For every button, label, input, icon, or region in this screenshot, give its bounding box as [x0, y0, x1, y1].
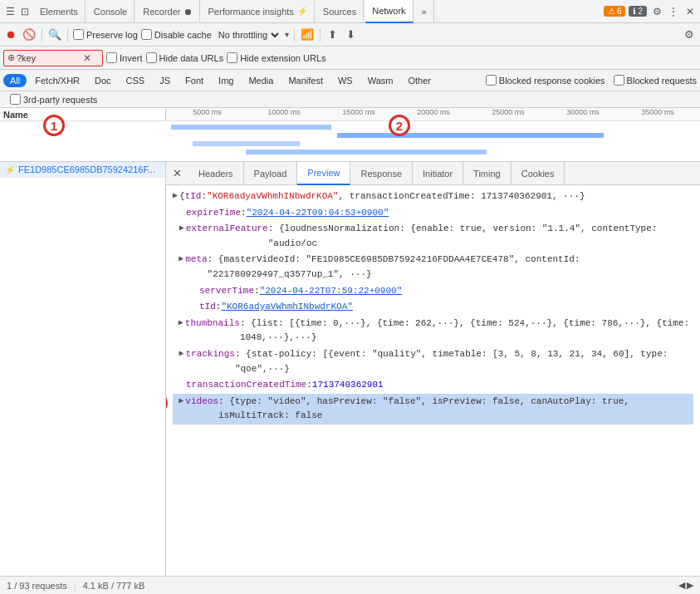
scroll-buttons: ◀ ▶ — [678, 580, 693, 591]
type-btn-js[interactable]: JS — [153, 74, 177, 87]
json-line-6[interactable]: ▶ thumbnails : {list: [{time: 0,···}, {t… — [173, 316, 693, 346]
list-item-0[interactable]: ⚡ FE1D985CE6985DB75924216F... — [0, 162, 165, 178]
status-sep: | — [74, 581, 76, 591]
clear-icon[interactable]: 🚫 — [22, 27, 37, 42]
json-line-5[interactable]: tId : "KOR6adyaVWhmhINbwdrKOA" — [173, 299, 693, 316]
search-box[interactable]: ⊕ ✕ — [3, 50, 103, 66]
tab-sources-label: Sources — [323, 7, 356, 17]
type-btn-other[interactable]: Other — [401, 74, 438, 87]
expand-icon-9[interactable]: ▶ — [179, 395, 184, 408]
tab-elements[interactable]: Elements — [33, 0, 86, 23]
type-btn-media[interactable]: Media — [242, 74, 280, 87]
expand-icon-6[interactable]: ▶ — [179, 317, 184, 330]
json-key-thumbnails: thumbnails — [185, 317, 240, 331]
throttle-select[interactable]: No throttling — [215, 29, 281, 41]
search-icon[interactable]: 🔍 — [47, 27, 62, 42]
expand-icon-0[interactable]: ▶ — [173, 189, 178, 203]
json-line-4[interactable]: serverTime : "2024-04-22T07:59:22+0900" — [173, 283, 693, 300]
json-line-1[interactable]: expireTime : "2024-04-22T09:04:53+0900" — [173, 205, 693, 222]
annotation-2: 2 — [389, 115, 410, 136]
close-devtools-icon[interactable]: ✕ — [683, 5, 697, 18]
preserve-log-input[interactable] — [73, 29, 84, 40]
blocked-cookies-input[interactable] — [486, 75, 497, 86]
tick-10000: 10000 ms — [267, 108, 301, 116]
invert-label: Invert — [120, 53, 143, 63]
expand-icon-3[interactable]: ▶ — [179, 253, 184, 266]
download-icon[interactable]: ⬇ — [344, 27, 359, 42]
name-column-label: Name — [3, 110, 28, 120]
preserve-log-checkbox[interactable]: Preserve log — [73, 29, 138, 40]
json-line-7[interactable]: ▶ trackings : {stat-policy: [{event: "qu… — [173, 346, 693, 377]
expand-icon-7[interactable]: ▶ — [179, 347, 184, 361]
tab-sources[interactable]: Sources — [316, 0, 364, 23]
type-btn-img[interactable]: Img — [212, 74, 240, 87]
blocked-cookies-checkbox[interactable]: Blocked response cookies — [486, 75, 605, 86]
tab-recorder[interactable]: Recorder ⏺ — [136, 0, 199, 23]
disable-cache-input[interactable] — [141, 29, 152, 40]
json-brace-0: { — [179, 189, 185, 204]
clear-search-icon[interactable]: ✕ — [83, 52, 91, 64]
main-area: ⚡ FE1D985CE6985DB75924216F... ✕ Headers … — [0, 162, 700, 576]
type-btn-wasm[interactable]: Wasm — [361, 74, 400, 87]
type-btn-ws[interactable]: WS — [331, 74, 360, 87]
json-val-expiretime[interactable]: "2024-04-22T09:04:53+0900" — [247, 206, 389, 221]
search-input[interactable] — [17, 53, 83, 63]
annotation-1: 1 — [43, 115, 65, 136]
disable-cache-checkbox[interactable]: Disable cache — [141, 29, 212, 40]
scroll-right-icon[interactable]: ▶ — [687, 580, 693, 591]
network-settings-icon[interactable]: ⚙ — [682, 27, 697, 42]
tab-more[interactable]: » — [415, 0, 434, 23]
json-val-tid2[interactable]: "KOR6adyaVWhmhINbwdrKOA" — [221, 300, 352, 315]
hide-data-urls-checkbox[interactable]: Hide data URLs — [146, 52, 224, 63]
devtools-inspect-icon[interactable]: ⊡ — [18, 5, 32, 18]
json-line-8[interactable]: transactionCreatedTime : 1713740362901 — [173, 377, 693, 394]
detail-close-button[interactable]: ✕ — [166, 167, 188, 179]
tab-response-label: Response — [360, 169, 402, 179]
type-filter-bar: All Fetch/XHR Doc CSS JS Font Img Media … — [0, 70, 700, 91]
hide-ext-urls-checkbox[interactable]: Hide extension URLs — [227, 52, 326, 63]
hide-data-urls-input[interactable] — [146, 52, 157, 63]
json-line-0[interactable]: ▶ { tId : "KOR6adyaVWhmhINbwdrKOA" , tra… — [173, 189, 693, 205]
third-party-checkbox[interactable]: 3rd-party requests — [10, 94, 97, 105]
devtools-menu-icon[interactable]: ☰ — [3, 5, 17, 18]
expand-icon-2[interactable]: ▶ — [179, 222, 184, 235]
third-party-input[interactable] — [10, 94, 21, 105]
warn-badge: ⚠ 6 — [604, 6, 626, 17]
invert-checkbox[interactable]: Invert — [106, 52, 143, 63]
tab-initiator[interactable]: Initiator — [413, 162, 463, 185]
tab-timing[interactable]: Timing — [463, 162, 512, 185]
tab-performance-insights-label: Performance insights — [208, 7, 294, 17]
type-btn-css[interactable]: CSS — [120, 74, 152, 87]
json-key-videos: videos — [185, 395, 218, 410]
name-list: ⚡ FE1D985CE6985DB75924216F... — [0, 162, 166, 576]
tab-performance-insights[interactable]: Performance insights ⚡ — [202, 0, 315, 23]
stop-recording-icon[interactable]: ⏺ — [3, 27, 18, 42]
type-btn-xhr[interactable]: Fetch/XHR — [28, 74, 86, 87]
scroll-left-icon[interactable]: ◀ — [678, 580, 685, 591]
tab-preview[interactable]: Preview — [297, 162, 350, 185]
invert-input[interactable] — [106, 52, 117, 63]
wifi-icon[interactable]: 📶 — [300, 27, 315, 42]
type-btn-font[interactable]: Font — [179, 74, 210, 87]
tab-cookies[interactable]: Cookies — [512, 162, 565, 185]
tab-headers[interactable]: Headers — [188, 162, 244, 185]
upload-icon[interactable]: ⬆ — [326, 27, 340, 42]
hide-ext-urls-input[interactable] — [227, 52, 237, 63]
tab-console[interactable]: Console — [87, 0, 135, 23]
type-btn-manifest[interactable]: Manifest — [281, 74, 330, 87]
tab-network[interactable]: Network — [365, 0, 413, 23]
json-line-2[interactable]: ▶ externalFeature : {loudnessNormalizati… — [173, 221, 693, 252]
info-count: 2 — [638, 7, 643, 16]
tab-response[interactable]: Response — [350, 162, 413, 185]
blocked-requests-checkbox[interactable]: Blocked requests — [614, 75, 697, 86]
filter-icon: ⊕ — [7, 52, 15, 63]
settings-icon[interactable]: ⚙ — [650, 5, 663, 18]
json-val-servertime[interactable]: "2024-04-22T07:59:22+0900" — [260, 284, 403, 299]
json-line-3[interactable]: ▶ meta : {masterVideoId: "FE1D985CE6985D… — [173, 252, 693, 282]
type-btn-doc[interactable]: Doc — [88, 74, 118, 87]
type-btn-all[interactable]: All — [3, 74, 27, 87]
tab-payload[interactable]: Payload — [244, 162, 298, 185]
json-line-9[interactable]: ▶ videos : {type: "video", hasPreview: "… — [173, 394, 693, 425]
more-options-icon[interactable]: ⋮ — [667, 5, 680, 18]
blocked-requests-input[interactable] — [614, 75, 624, 86]
